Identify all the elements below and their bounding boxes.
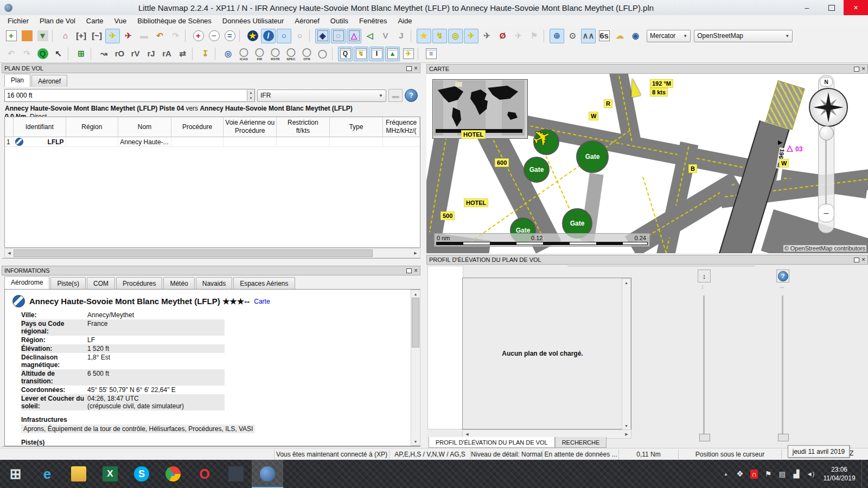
- show-jet-airways-button[interactable]: J: [394, 29, 409, 43]
- titlebar[interactable]: Little Navmap 2.2.4 - XP11 / N - IFR Ann…: [0, 0, 868, 16]
- minimize-button[interactable]: –: [795, 0, 819, 15]
- flight-plan-tab[interactable]: Plan: [4, 74, 30, 87]
- calc-route-direct-button[interactable]: ↝: [97, 47, 111, 61]
- close-panel-icon[interactable]: ×: [861, 66, 865, 72]
- zoom-out-button[interactable]: –: [818, 204, 834, 222]
- show-minimum-altitude-button[interactable]: 6s: [597, 29, 611, 43]
- tray-network-button[interactable]: ▟: [790, 467, 803, 480]
- informations-vscrollbar[interactable]: ▲ ▼: [411, 290, 420, 446]
- center-aircraft-button[interactable]: ✈: [105, 29, 120, 43]
- profile-window-button[interactable]: ▲: [385, 47, 400, 61]
- calc-route-jet-button[interactable]: rJ: [144, 47, 158, 61]
- tray-device-button[interactable]: ▤: [776, 467, 789, 480]
- add-flight-plan-position-button[interactable]: ⊞: [74, 47, 88, 61]
- show-empty-airports-button[interactable]: ○: [292, 29, 307, 43]
- reverse-route-button[interactable]: ⇄: [175, 47, 190, 61]
- table-row[interactable]: 1 LFLP Annecy Haute-...: [5, 137, 420, 147]
- undo-button[interactable]: ↶: [4, 47, 18, 61]
- show-ai-ship-button[interactable]: ⚑: [527, 29, 541, 43]
- taskbar-explorer-button[interactable]: [63, 460, 94, 488]
- open-flight-plan-button[interactable]: [20, 29, 34, 43]
- information-window-button[interactable]: I: [369, 47, 384, 61]
- show-aircraft-trail-button[interactable]: ✈: [480, 29, 494, 43]
- menu-item[interactable]: Données Utilisateur: [217, 16, 289, 26]
- profile-splitter[interactable]: [567, 266, 755, 266]
- scroll-right-icon[interactable]: ▶: [622, 430, 631, 438]
- calc-route-radionav-button[interactable]: rO: [112, 47, 127, 61]
- taskbar-opera-button[interactable]: O: [189, 460, 220, 488]
- informations-tab[interactable]: Procédures: [116, 277, 162, 289]
- menu-item[interactable]: Fichier: [2, 16, 34, 26]
- calc-route-victor-button[interactable]: rV: [128, 47, 143, 61]
- scroll-thumb[interactable]: [412, 298, 419, 348]
- show-route-button[interactable]: ↯: [432, 29, 447, 43]
- center-flight-plan-button[interactable]: [+]: [74, 29, 88, 43]
- show-user-aircraft-button[interactable]: ✈: [464, 29, 478, 43]
- show-desktop-button[interactable]: [861, 460, 865, 488]
- menu-item[interactable]: Aéronef: [289, 16, 325, 26]
- airport-info-content[interactable]: Annecy Haute-Sovoie Mont Blanc Meythet (…: [4, 289, 420, 446]
- detail-default-button[interactable]: =: [222, 29, 237, 43]
- show-airspaces-button[interactable]: ◎: [221, 47, 235, 61]
- column-header[interactable]: Nom: [118, 117, 171, 137]
- profile-zoom-slider-handle[interactable]: [699, 434, 710, 441]
- legend-button[interactable]: ≡: [424, 47, 438, 61]
- map-back-button[interactable]: ↶: [152, 29, 167, 43]
- taskbar-skype-button[interactable]: S: [126, 460, 157, 488]
- tray-hidden-icons-button[interactable]: ▲: [719, 467, 732, 480]
- show-ai-aircraft-button[interactable]: ✈: [511, 29, 526, 43]
- float-panel-icon[interactable]: [854, 258, 859, 262]
- taskbar-littlenavmap-button[interactable]: [252, 460, 283, 488]
- menu-item[interactable]: Fenêtres: [354, 16, 392, 26]
- informations-panel-titlebar[interactable]: INFORMATIONS ×: [2, 266, 420, 275]
- map-panel-titlebar[interactable]: CARTE ×: [426, 64, 868, 74]
- show-addon-airports-button[interactable]: ★: [245, 29, 260, 43]
- column-header[interactable]: Région: [66, 117, 119, 137]
- spin-down-icon[interactable]: ▼: [247, 95, 254, 101]
- detail-more-button[interactable]: +: [191, 29, 206, 43]
- informations-tab[interactable]: Aérodrome: [4, 276, 49, 289]
- airspace-online-button[interactable]: ◯: [315, 47, 330, 61]
- column-header[interactable]: Restriction ft/kts: [277, 117, 330, 137]
- menu-item[interactable]: Vue: [109, 16, 132, 26]
- profile-panel-titlebar[interactable]: PROFIL D'ÉLÉVATION DU PLAN DE VOL ×: [426, 255, 868, 265]
- airspace-icao-button[interactable]: ◯ ICAO: [237, 47, 251, 61]
- airspace-fir-button[interactable]: ◯ FIR: [252, 47, 267, 61]
- column-header[interactable]: Type: [330, 117, 384, 137]
- cruise-altitude-input[interactable]: [5, 92, 247, 99]
- flight-plan-hscrollbar[interactable]: ◀ ▶: [4, 248, 420, 258]
- erase-marks-button[interactable]: ▬: [137, 29, 151, 43]
- menu-item[interactable]: Carte: [81, 16, 109, 26]
- fit-flight-plan-button[interactable]: [~]: [90, 29, 104, 43]
- search-button[interactable]: Q: [35, 47, 50, 61]
- column-header[interactable]: Voie Aérienne ou Procédure: [224, 117, 277, 137]
- show-highlights-button[interactable]: ◎: [448, 29, 463, 43]
- projection-select[interactable]: Mercator ▼: [647, 30, 691, 42]
- show-hillshading-button[interactable]: ∧∧: [581, 29, 596, 43]
- airspace-restricted-button[interactable]: ◯ RSTR: [268, 47, 283, 61]
- menu-item[interactable]: Plan de Vol: [34, 16, 81, 26]
- show-vor-button[interactable]: ◈: [315, 29, 330, 43]
- bottom-dock-tab[interactable]: PROFIL D'ÉLÉVATION DU PLAN DE VOL: [429, 437, 555, 448]
- show-soft-airports-button[interactable]: ○: [277, 29, 291, 43]
- column-header[interactable]: Procédure: [171, 117, 224, 137]
- gate-marker[interactable]: Gate: [524, 157, 550, 183]
- informations-tab[interactable]: Météo: [163, 277, 194, 289]
- search-window-button[interactable]: Q: [338, 47, 353, 61]
- show-online-network-button[interactable]: ⊕: [550, 29, 564, 43]
- profile-help-button[interactable]: ?: [776, 269, 789, 282]
- scroll-right-icon[interactable]: ▶: [411, 249, 420, 258]
- profile-chart-area[interactable]: Aucun plan de vol chargé. ▲ ▼: [462, 278, 631, 429]
- flight-plan-table[interactable]: IdentifiantRégionNomProcédureVoie Aérien…: [4, 117, 420, 248]
- adjust-altitude-button[interactable]: ↧: [198, 47, 213, 61]
- show-victor-airways-button[interactable]: V: [378, 29, 393, 43]
- save-flight-plan-button[interactable]: ▼: [35, 29, 50, 43]
- column-header[interactable]: [5, 117, 14, 137]
- profile-expand-button[interactable]: ↕: [698, 269, 711, 282]
- tray-avira-button[interactable]: ∩: [748, 467, 761, 480]
- menu-item[interactable]: Outils: [325, 16, 354, 26]
- show-ils-button[interactable]: ◁: [362, 29, 377, 43]
- show-hard-airports-button[interactable]: /: [261, 29, 276, 43]
- scroll-down-icon[interactable]: ▼: [411, 438, 420, 445]
- flight-plan-window-button[interactable]: ↯: [354, 47, 368, 61]
